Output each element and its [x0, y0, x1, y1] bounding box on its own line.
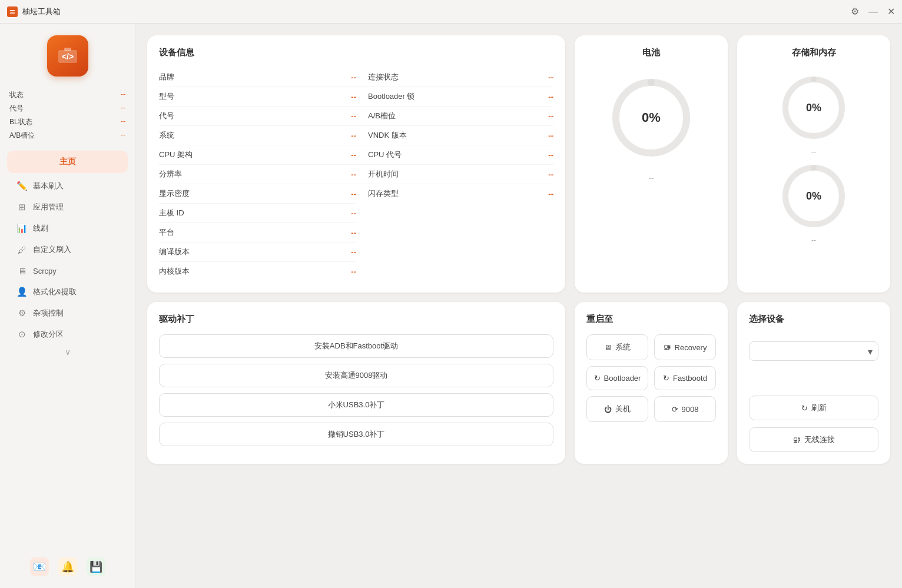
sidebar-item-format[interactable]: 👤 格式化&提取 — [7, 281, 128, 303]
partition-icon: ⊙ — [16, 329, 27, 340]
refresh-device-button[interactable]: ↻ 刷新 — [749, 396, 878, 420]
sidebar-item-apps-label: 应用管理 — [33, 202, 64, 212]
battery-donut: 0% — [607, 74, 695, 162]
refresh-icon: ↻ — [801, 404, 808, 413]
install-adb-fastboot-button[interactable]: 安装ADB和Fastboot驱动 — [159, 334, 553, 358]
info-row-ab-slot: A/B槽位 -- — [356, 107, 553, 126]
bottom-icon-notify[interactable]: 🔔 — [58, 557, 77, 576]
sidebar-item-flash-label: 基本刷入 — [33, 181, 64, 191]
svg-rect-0 — [9, 8, 16, 15]
titlebar: 柚坛工具箱 ⚙ — ✕ — [0, 0, 902, 24]
reboot-fastbootd-button[interactable]: ↻ Fastbootd — [654, 366, 716, 390]
driver-patch-card: 驱动补丁 安装ADB和Fastboot驱动 安装高通9008驱动 小米USB3.… — [147, 302, 565, 464]
edl-icon: 📊 — [16, 223, 27, 234]
sidebar-item-flash[interactable]: ✏️ 基本刷入 — [7, 175, 128, 197]
device-status-panel: 状态 -- 代号 -- BL状态 -- A/B槽位 -- — [0, 88, 135, 142]
codename-row: 代号 -- — [9, 102, 125, 115]
app-icon — [7, 6, 18, 17]
bottom-icon-mail[interactable]: 📧 — [30, 557, 49, 576]
battery-percent: 0% — [642, 110, 661, 125]
device-dropdown[interactable] — [749, 341, 878, 361]
info-row-flash-type: 闪存类型 -- — [356, 184, 553, 203]
info-row-board-id: 主板 ID -- — [159, 204, 356, 223]
info-row-uptime: 开机时间 -- — [356, 165, 553, 184]
sidebar-item-misc[interactable]: ⚙ 杂项控制 — [7, 303, 128, 324]
misc-icon: ⚙ — [16, 308, 27, 318]
memory-donut: 0% — [778, 161, 849, 231]
sidebar-item-edl[interactable]: 📊 线刷 — [7, 218, 128, 239]
format-icon: 👤 — [16, 287, 27, 297]
svg-rect-2 — [10, 12, 15, 14]
shutdown-icon: ⏻ — [604, 405, 612, 414]
reboot-recovery-button[interactable]: 🖳 Recovery — [654, 334, 716, 360]
status-row: 状态 -- — [9, 88, 125, 102]
wireless-icon: 🖳 — [793, 436, 801, 444]
content-area: 设备信息 品牌 -- 型号 -- 代号 -- — [135, 24, 902, 588]
9008-icon: ⟳ — [672, 405, 678, 414]
sidebar-item-custom[interactable]: 🖊 自定义刷入 — [7, 239, 128, 260]
sidebar-item-apps[interactable]: ⊞ 应用管理 — [7, 197, 128, 218]
device-info-card: 设备信息 品牌 -- 型号 -- 代号 -- — [147, 35, 565, 293]
info-row-brand: 品牌 -- — [159, 68, 356, 87]
memory-bottom: -- — [811, 236, 816, 244]
sidebar-item-home[interactable]: 主页 — [7, 151, 128, 173]
info-row-conn-status: 连接状态 -- — [356, 68, 553, 87]
system-icon: 🖥 — [604, 343, 612, 352]
minimize-icon[interactable]: — — [868, 7, 878, 16]
sidebar: </> 状态 -- 代号 -- BL状态 -- A/B槽位 -- 主页 — [0, 24, 135, 588]
device-info-right-col: 连接状态 -- Bootloader 锁 -- A/B槽位 -- VNDK 版本… — [356, 68, 553, 281]
reboot-9008-button[interactable]: ⟳ 9008 — [654, 396, 716, 422]
info-row-kernel: 内核版本 -- — [159, 262, 356, 281]
storage-percent: 0% — [806, 102, 821, 114]
codename-value: -- — [121, 104, 125, 114]
info-row-cpu-arch: CPU 架构 -- — [159, 145, 356, 165]
battery-info: -- — [649, 174, 654, 182]
app-logo: </> — [47, 35, 88, 77]
info-row-os: 系统 -- — [159, 126, 356, 145]
sidebar-item-partition-label: 修改分区 — [33, 329, 64, 340]
revoke-usb30-button[interactable]: 撤销USB3.0补丁 — [159, 423, 553, 446]
driver-title: 驱动补丁 — [159, 314, 553, 325]
storage-title: 存储和内存 — [792, 47, 836, 58]
sidebar-item-format-label: 格式化&提取 — [33, 287, 77, 297]
reboot-bootloader-button[interactable]: ↻ Bootloader — [586, 366, 648, 390]
flash-icon: ✏️ — [16, 181, 27, 191]
bootloader-icon: ↻ — [594, 374, 601, 383]
info-row-codename: 代号 -- — [159, 107, 356, 126]
sidebar-item-misc-label: 杂项控制 — [33, 308, 64, 318]
ab-value: -- — [121, 131, 125, 141]
info-row-density: 显示密度 -- — [159, 184, 356, 204]
settings-icon[interactable]: ⚙ — [851, 7, 859, 16]
bottom-icon-save[interactable]: 💾 — [87, 557, 105, 576]
svg-rect-1 — [10, 10, 15, 11]
device-info-left-col: 品牌 -- 型号 -- 代号 -- 系统 -- — [159, 68, 356, 281]
device-select-wrapper — [749, 341, 878, 361]
svg-text:</>: </> — [61, 52, 73, 61]
recovery-icon: 🖳 — [664, 343, 671, 352]
device-info-grid: 品牌 -- 型号 -- 代号 -- 系统 -- — [159, 68, 553, 281]
fastbootd-icon: ↻ — [663, 374, 669, 383]
close-icon[interactable]: ✕ — [887, 7, 895, 16]
sidebar-nav: 主页 ✏️ 基本刷入 ⊞ 应用管理 📊 线刷 🖊 自定义刷入 🖥 Scrcpy — [0, 151, 135, 359]
install-qualcomm-9008-button[interactable]: 安装高通9008驱动 — [159, 364, 553, 387]
install-mi-usb30-button[interactable]: 小米USB3.0补丁 — [159, 393, 553, 417]
shutdown-button[interactable]: ⏻ 关机 — [586, 396, 648, 422]
ab-row: A/B槽位 -- — [9, 129, 125, 142]
device-select-title: 选择设备 — [749, 314, 878, 325]
custom-icon: 🖊 — [16, 244, 27, 255]
nav-chevron: ∨ — [7, 345, 128, 359]
info-row-build-version: 编译版本 -- — [159, 242, 356, 262]
sidebar-item-scrcpy[interactable]: 🖥 Scrcpy — [7, 260, 128, 281]
main-layout: </> 状态 -- 代号 -- BL状态 -- A/B槽位 -- 主页 — [0, 24, 902, 588]
storage-bottom: -- — [811, 148, 816, 156]
reboot-system-button[interactable]: 🖥 系统 — [586, 334, 648, 360]
wireless-connect-button[interactable]: 🖳 无线连接 — [749, 427, 878, 452]
info-row-model: 型号 -- — [159, 87, 356, 107]
info-row-resolution: 分辨率 -- — [159, 165, 356, 184]
device-select-card: 选择设备 ↻ 刷新 🖳 无线连接 — [737, 302, 890, 464]
reboot-grid: 🖥 系统 🖳 Recovery ↻ Bootloader ↻ Fastbootd… — [586, 334, 716, 422]
sidebar-item-partition[interactable]: ⊙ 修改分区 — [7, 324, 128, 345]
sidebar-item-scrcpy-label: Scrcpy — [33, 267, 57, 275]
bl-row: BL状态 -- — [9, 115, 125, 129]
reboot-card: 重启至 🖥 系统 🖳 Recovery ↻ Bootloader ↻ Fastb… — [575, 302, 728, 464]
